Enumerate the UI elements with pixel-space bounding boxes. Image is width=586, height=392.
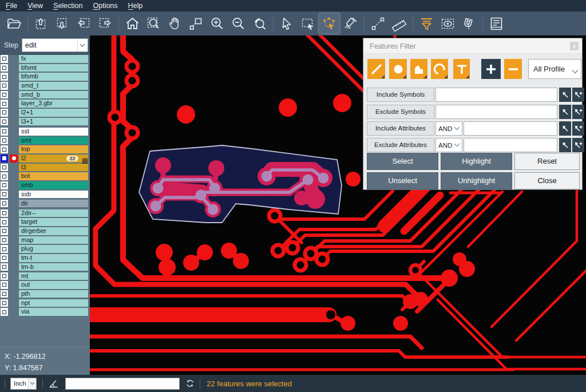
layer-row-smd_b[interactable]: smd_b <box>0 91 90 99</box>
step-down-button[interactable] <box>52 13 73 34</box>
layer-checkbox[interactable] <box>1 118 8 126</box>
reset-button[interactable]: Reset <box>514 153 580 170</box>
filter-input[interactable] <box>435 88 557 102</box>
filter-input[interactable] <box>464 121 557 136</box>
layer-checkbox[interactable] <box>1 82 8 90</box>
pick-from-graphics-button[interactable] <box>559 105 571 119</box>
layer-row-smb[interactable]: smb <box>0 181 90 189</box>
pick-add-from-graphics-button[interactable] <box>572 88 584 102</box>
layer-checkbox[interactable] <box>1 290 8 298</box>
feature-add-button[interactable] <box>481 59 501 79</box>
refresh-icon[interactable] <box>185 379 195 388</box>
layer-row-ssb[interactable]: ssb <box>0 191 90 199</box>
layer-checkbox[interactable] <box>1 227 8 235</box>
step-right-button[interactable] <box>94 13 116 34</box>
layer-row-out[interactable]: out <box>0 281 90 289</box>
layer-name[interactable]: mt <box>19 272 88 280</box>
layer-name[interactable]: l2+1 <box>19 109 88 117</box>
command-input[interactable] <box>65 378 180 390</box>
layer-checkbox[interactable] <box>1 137 8 145</box>
layer-checkbox[interactable] <box>1 308 8 316</box>
select-rectangle-button[interactable] <box>298 13 319 34</box>
layer-checkbox[interactable] <box>1 209 8 217</box>
layer-row-mt[interactable]: mt <box>0 272 90 280</box>
clean-brush-button[interactable] <box>340 13 361 34</box>
layer-checkbox[interactable] <box>1 91 8 99</box>
layer-checkbox[interactable] <box>1 181 8 189</box>
filter-input[interactable] <box>464 138 557 152</box>
layer-row-sst[interactable]: sst <box>0 128 90 136</box>
pick-add-from-graphics-button[interactable] <box>572 121 584 136</box>
layer-name[interactable]: plug <box>19 245 88 253</box>
layer-checkbox[interactable] <box>1 55 8 63</box>
field-label-button[interactable]: Exclude Symbols <box>367 105 434 119</box>
layer-row-smt[interactable]: smt <box>0 137 90 145</box>
feature-surface-button[interactable] <box>410 59 427 79</box>
layer-row-l3+1[interactable]: l3+1 <box>0 118 90 126</box>
feature-line-button[interactable] <box>367 59 385 79</box>
layer-checkbox[interactable] <box>1 109 8 117</box>
layer-checkbox[interactable] <box>1 299 8 307</box>
layer-name[interactable]: out <box>19 281 88 289</box>
select-button[interactable]: Select <box>367 153 438 170</box>
layer-row-bfsmb[interactable]: bfsmb <box>0 73 90 81</box>
pick-from-graphics-button[interactable] <box>559 88 571 102</box>
layer-row-dir[interactable]: dir <box>0 200 90 208</box>
layer-row-pth[interactable]: pth <box>0 290 90 298</box>
step-left-button[interactable] <box>73 13 94 34</box>
menu-selection[interactable]: Selection <box>48 1 88 11</box>
layer-checkbox[interactable] <box>1 128 8 136</box>
field-label-button[interactable]: Exclude Attributes <box>367 138 434 152</box>
feature-remove-button[interactable] <box>504 59 522 79</box>
unhighlight-button[interactable]: Unhighlight <box>441 172 512 189</box>
layer-checkbox[interactable] <box>1 145 8 153</box>
layer-checkbox[interactable] <box>1 272 8 280</box>
layer-checkbox[interactable] <box>1 172 8 180</box>
home-button[interactable] <box>122 13 143 34</box>
layer-name[interactable]: smd_b <box>19 91 88 99</box>
layer-row-tm-b[interactable]: tm-b <box>0 263 90 271</box>
profile-select[interactable]: All Profile <box>528 59 581 79</box>
layer-name[interactable]: smd_t <box>19 82 88 90</box>
layer-name[interactable]: via <box>19 308 88 316</box>
layer-checkbox[interactable] <box>1 200 8 208</box>
field-label-button[interactable]: Include Attributes <box>367 121 434 136</box>
layer-name[interactable]: 2dir-- <box>19 209 88 217</box>
feature-arc-button[interactable] <box>431 59 448 79</box>
step-select[interactable]: edit <box>22 38 88 52</box>
measure-line-button[interactable] <box>367 13 389 34</box>
layer-name[interactable]: l3 <box>19 164 88 172</box>
layer-row-top[interactable]: top <box>0 145 90 153</box>
layer-checkbox[interactable] <box>1 73 8 81</box>
zoom-in-button[interactable] <box>207 13 228 34</box>
layer-name[interactable]: tm-b <box>19 263 88 271</box>
ruler-button[interactable] <box>389 13 410 34</box>
zoom-out-button[interactable] <box>228 13 249 34</box>
close-button[interactable]: Close <box>514 172 580 189</box>
feature-pad-button[interactable] <box>389 59 407 79</box>
layer-name[interactable]: ssb <box>19 191 88 199</box>
field-label-button[interactable]: Include Symbols <box>367 88 434 102</box>
layer-checkbox[interactable] <box>1 155 8 163</box>
layer-row-l3[interactable]: l3 <box>0 164 90 172</box>
layer-row-2dir--[interactable]: 2dir-- <box>0 209 90 217</box>
operator-select[interactable]: AND <box>435 138 462 152</box>
layer-row-bot[interactable]: bot <box>0 172 90 180</box>
layer-row-dirgerber[interactable]: dirgerber <box>0 227 90 235</box>
features-filter-button[interactable] <box>416 13 437 34</box>
pick-add-from-graphics-button[interactable] <box>572 105 584 119</box>
layer-name[interactable]: sst <box>19 128 88 136</box>
layer-name[interactable]: bfsmt <box>19 64 88 72</box>
layer-checkbox[interactable] <box>1 245 8 253</box>
layer-row-map[interactable]: map <box>0 236 90 244</box>
layer-row-plug[interactable]: plug <box>0 245 90 253</box>
pick-from-graphics-button[interactable] <box>559 138 571 152</box>
menu-view[interactable]: View <box>22 1 48 11</box>
layer-checkbox[interactable] <box>1 191 8 199</box>
layer-checkbox[interactable] <box>1 218 8 226</box>
layer-checkbox[interactable] <box>1 254 8 262</box>
layer-name[interactable]: l3+1 <box>19 118 88 126</box>
layer-checkbox[interactable] <box>1 100 8 108</box>
menu-options[interactable]: Options <box>88 1 122 11</box>
operator-select[interactable]: AND <box>435 121 462 136</box>
